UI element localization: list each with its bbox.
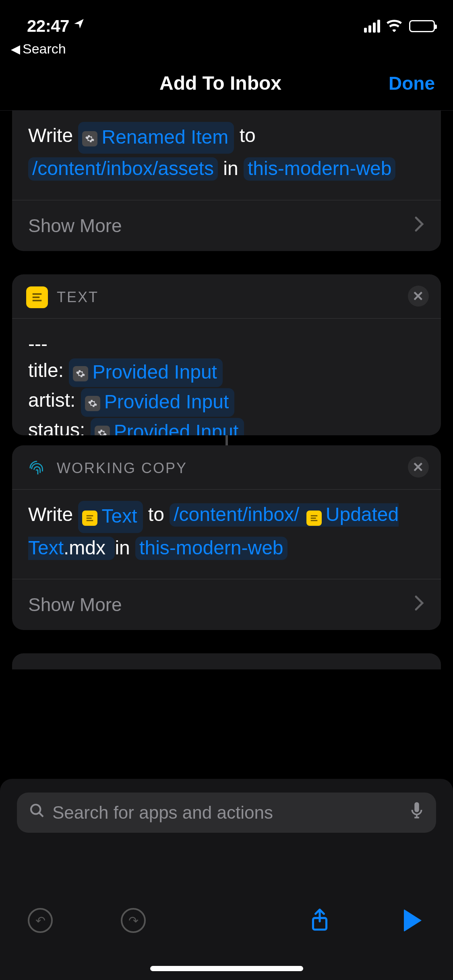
redo-button[interactable]: ↷ [118,905,149,936]
svg-rect-0 [33,293,42,295]
svg-rect-7 [87,517,92,519]
battery-icon [409,20,435,32]
action-card-working-copy: WORKING COPY ✕ Write Text to /content/in… [12,445,441,630]
svg-rect-1 [33,296,40,298]
search-panel: Search for apps and actions ↶ ↷ [0,779,453,980]
text-app-icon [26,286,48,308]
titlebar: Add To Inbox Done [0,61,453,111]
breadcrumb-label: Search [23,41,66,57]
svg-rect-10 [311,517,316,519]
variable-pill-text[interactable]: Text [78,501,143,533]
card-header-label: TEXT [57,289,99,306]
undo-button[interactable]: ↶ [25,905,56,936]
status-time: 22:47 [27,16,69,36]
cellular-signal-icon [364,20,380,33]
show-more-row[interactable]: Show More [12,579,441,630]
search-icon [29,803,45,823]
action-card-write-asset: Write Renamed Item to /content/inbox/ass… [12,111,441,251]
svg-rect-6 [87,515,93,516]
show-more-row[interactable]: Show More [12,200,441,251]
svg-rect-8 [87,520,93,521]
text-document-icon [306,511,322,526]
svg-line-13 [39,813,43,817]
location-services-icon [73,18,85,32]
text-content[interactable]: --- title: Provided Input artist: Provid… [12,319,441,435]
path-pill[interactable]: /content/inbox/assets [28,157,218,181]
search-placeholder: Search for apps and actions [52,803,273,823]
home-indicator[interactable] [150,966,303,971]
close-icon[interactable]: ✕ [408,286,429,307]
svg-rect-2 [33,300,42,301]
chevron-right-icon [414,215,425,237]
variable-pill-renamed-item[interactable]: Renamed Item [78,122,234,154]
variable-pill-provided-input[interactable]: Provided Input [91,418,244,435]
next-card-peek [12,653,441,669]
card-header-label: WORKING COPY [57,460,187,477]
action-body[interactable]: Write Text to /content/inbox/ Updated Te… [12,490,441,579]
svg-rect-14 [414,802,419,812]
gear-icon [82,131,97,146]
run-button[interactable] [397,905,428,936]
chevron-right-icon [414,594,425,616]
fingerprint-icon [26,457,48,479]
text-document-icon [82,511,97,526]
close-icon[interactable]: ✕ [408,457,429,478]
gear-icon [95,426,110,435]
variable-pill-provided-input[interactable]: Provided Input [69,358,223,387]
search-input[interactable]: Search for apps and actions [17,793,436,833]
done-button[interactable]: Done [362,72,435,94]
repo-pill[interactable]: this-modern-web [135,537,287,560]
share-button[interactable] [304,905,335,936]
svg-point-12 [31,805,40,814]
action-body[interactable]: Write Renamed Item to /content/inbox/ass… [12,111,441,200]
status-bar: 22:47 [0,0,453,40]
svg-rect-9 [311,515,318,516]
breadcrumb-back[interactable]: ◀ Search [0,40,453,61]
svg-rect-11 [311,520,318,521]
page-title: Add To Inbox [159,72,281,94]
repo-pill[interactable]: this-modern-web [244,157,395,181]
wifi-icon [387,16,403,36]
microphone-icon[interactable] [410,801,424,824]
back-caret-icon: ◀ [11,42,20,56]
action-card-text: TEXT ✕ --- title: Provided Input artist:… [12,274,441,435]
variable-pill-provided-input[interactable]: Provided Input [81,388,235,417]
gear-icon [73,366,88,381]
gear-icon [85,396,100,411]
